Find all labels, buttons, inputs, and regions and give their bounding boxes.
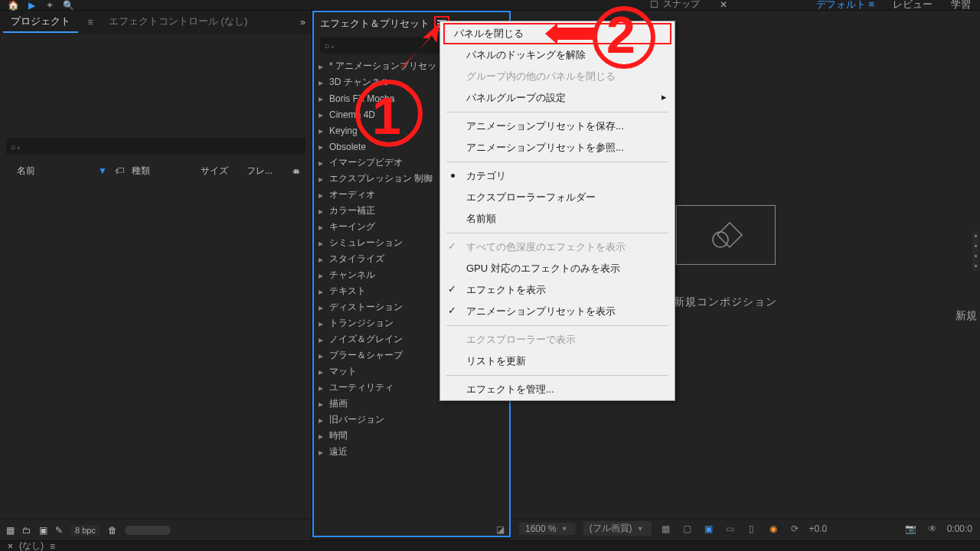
menu-name-order[interactable]: 名前順 bbox=[440, 208, 675, 230]
tree-item-label: 描画 bbox=[329, 397, 348, 410]
tree-item-label: キーイング bbox=[329, 220, 375, 233]
col-tag-icon[interactable]: 🏷 bbox=[115, 165, 124, 176]
twirl-icon: ▸ bbox=[318, 222, 326, 233]
tree-item[interactable]: ▸遠近 bbox=[318, 444, 505, 460]
menu-group-settings[interactable]: パネルグループの設定 ▸ bbox=[440, 87, 675, 109]
home-icon[interactable]: 🏠 bbox=[6, 0, 20, 11]
new-comp-icon[interactable]: ▣ bbox=[39, 525, 47, 536]
bpc-button[interactable]: 8 bpc bbox=[70, 525, 100, 536]
tree-item-label: 時間 bbox=[329, 429, 348, 442]
tool-x-icon[interactable]: ✕ bbox=[720, 0, 727, 10]
tree-item-label: チャンネル bbox=[329, 269, 375, 282]
submenu-arrow-icon: ▸ bbox=[662, 91, 667, 103]
zoom-dropdown[interactable]: 1600 %▼ bbox=[519, 523, 576, 535]
twirl-icon: ▸ bbox=[318, 77, 326, 88]
interpret-icon[interactable]: ▦ bbox=[6, 525, 15, 536]
menu-show-effects[interactable]: ✓エフェクトを表示 bbox=[440, 279, 675, 301]
twirl-icon: ▸ bbox=[318, 350, 326, 361]
timeline-tab-menu-icon[interactable]: ≡ bbox=[50, 541, 55, 552]
check-icon: ✓ bbox=[448, 305, 456, 316]
twirl-icon: ▸ bbox=[318, 318, 326, 329]
menu-group-settings-label: パネルグループの設定 bbox=[466, 92, 566, 103]
menu-refresh[interactable]: リストを更新 bbox=[440, 350, 675, 372]
svg-marker-0 bbox=[717, 223, 742, 247]
footer-slider[interactable] bbox=[125, 526, 171, 535]
menu-show-effects-label: エフェクトを表示 bbox=[466, 284, 546, 295]
panel-overflow-icon[interactable]: » bbox=[300, 17, 305, 28]
tree-item[interactable]: ▸旧バージョン bbox=[318, 412, 505, 428]
menu-show-presets-label: アニメーションプリセットを表示 bbox=[466, 305, 616, 317]
tab-effect-controls[interactable]: エフェクトコントロール (なし) bbox=[101, 11, 255, 33]
workspace-review[interactable]: レビュー bbox=[893, 0, 933, 11]
zoom-icon[interactable]: 🔍 bbox=[61, 0, 75, 11]
region-icon[interactable]: ▣ bbox=[702, 523, 716, 535]
tree-item[interactable]: ▸時間 bbox=[318, 428, 505, 444]
new-comp-label: 新規コンポジション bbox=[674, 295, 777, 309]
effects-panel-title[interactable]: エフェクト＆プリセット bbox=[320, 17, 430, 31]
project-search[interactable]: ⌕▾ bbox=[6, 138, 305, 155]
twirl-icon: ▸ bbox=[318, 126, 326, 136]
tree-item-label: Obsolete bbox=[329, 142, 366, 152]
new-folder-icon[interactable]: 🗀 bbox=[22, 525, 31, 536]
trash-icon[interactable]: 🗑 bbox=[108, 525, 117, 536]
tab-project[interactable]: プロジェクト bbox=[3, 11, 78, 33]
twirl-icon: ▸ bbox=[318, 447, 326, 458]
channel-icon[interactable]: ◉ bbox=[766, 523, 780, 535]
check-icon: ✓ bbox=[448, 283, 456, 295]
exposure-value[interactable]: +0.0 bbox=[809, 523, 828, 534]
project-tab-menu-icon[interactable]: ≡ bbox=[84, 16, 96, 28]
caret-down-icon: ▼ bbox=[561, 525, 568, 533]
twirl-icon: ▸ bbox=[318, 334, 326, 345]
safe-icon[interactable]: ▯ bbox=[745, 523, 759, 535]
resolution-dropdown[interactable]: (フル画質)▼ bbox=[583, 521, 652, 536]
menu-close-panel[interactable]: パネルを閉じる bbox=[443, 23, 671, 44]
menu-explorer-folder[interactable]: エクスプローラーフォルダー bbox=[440, 187, 675, 208]
project-panel-body: ⌕▾ 名前 ▼ 🏷 種類 サイズ フレ... ⩩ bbox=[0, 34, 312, 519]
reset-exposure-icon[interactable]: ⟳ bbox=[788, 523, 802, 535]
show-snapshot-icon[interactable]: 👁 bbox=[926, 523, 939, 535]
comp-placeholder-icon bbox=[707, 220, 745, 250]
viewer-handle[interactable] bbox=[972, 231, 978, 271]
col-name[interactable]: 名前 bbox=[6, 165, 90, 178]
col-more[interactable]: フレ... bbox=[247, 165, 273, 178]
twirl-icon: ▸ bbox=[318, 190, 326, 201]
snapshot-icon[interactable]: 📷 bbox=[904, 523, 918, 535]
twirl-icon: ▸ bbox=[318, 431, 326, 442]
current-time[interactable]: 0:00:0 bbox=[947, 523, 972, 534]
menu-undock-panel[interactable]: パネルのドッキングを解除 bbox=[440, 44, 675, 66]
new-something-label[interactable]: 新規 bbox=[956, 309, 977, 323]
menu-close-others: グループ内の他のパネルを閉じる bbox=[440, 66, 675, 87]
new-comp-placeholder[interactable]: 新規コンポジション bbox=[674, 205, 777, 309]
adjust-icon[interactable]: ✎ bbox=[55, 525, 63, 536]
tree-item-label: Boris FX Mocha bbox=[329, 93, 394, 104]
transparency-icon[interactable]: ▦ bbox=[659, 523, 673, 535]
guides-icon[interactable]: ▭ bbox=[724, 523, 737, 535]
mask-icon[interactable]: ▢ bbox=[681, 523, 694, 535]
timeline-tab-none[interactable]: (なし) bbox=[19, 540, 44, 551]
snap-checkbox[interactable]: ☐ bbox=[650, 0, 658, 10]
tree-item-label: ブラー＆シャープ bbox=[329, 349, 403, 362]
twirl-icon: ▸ bbox=[318, 415, 326, 425]
close-tab-icon[interactable]: × bbox=[8, 541, 13, 552]
search-icon: ⌕▾ bbox=[11, 142, 21, 151]
workspace-default[interactable]: デフォルト ≡ bbox=[816, 0, 874, 11]
menu-manage[interactable]: エフェクトを管理... bbox=[440, 379, 675, 400]
tree-item-label: 3D チャンネル bbox=[329, 76, 390, 89]
workspace-learn[interactable]: 学習 bbox=[951, 0, 971, 11]
menu-show-presets[interactable]: ✓アニメーションプリセットを表示 bbox=[440, 301, 675, 322]
sort-arrow-icon[interactable]: ▼ bbox=[98, 165, 107, 176]
new-bin-icon[interactable]: ◪ bbox=[496, 524, 505, 535]
flowchart-icon[interactable]: ⩩ bbox=[292, 166, 301, 177]
menu-category[interactable]: カテゴリ bbox=[440, 165, 675, 187]
menu-save-preset[interactable]: アニメーションプリセットを保存... bbox=[440, 116, 675, 137]
zoom-value: 1600 % bbox=[525, 523, 557, 534]
select-tool-icon[interactable]: ✦ bbox=[43, 0, 57, 11]
twirl-icon: ▸ bbox=[318, 399, 326, 409]
col-type[interactable]: 種類 bbox=[132, 165, 193, 178]
twirl-icon: ▸ bbox=[318, 302, 326, 313]
col-size[interactable]: サイズ bbox=[201, 165, 239, 178]
menu-gpu-only[interactable]: GPU 対応のエフェクトのみを表示 bbox=[440, 258, 675, 279]
flag-icon[interactable]: ▶ bbox=[24, 0, 38, 11]
menu-browse-preset[interactable]: アニメーションプリセットを参照... bbox=[440, 137, 675, 158]
check-icon: ✓ bbox=[448, 240, 456, 252]
